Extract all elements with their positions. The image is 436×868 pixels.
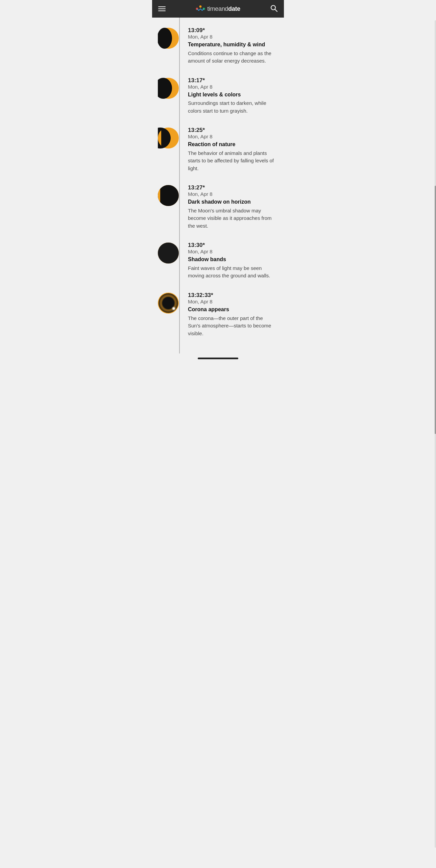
item-date-5: Mon, Apr 8 [188,249,276,254]
svg-point-6 [158,28,172,49]
moon-icon-container-2 [152,77,185,99]
svg-point-23 [172,306,176,311]
app-header: timeanddate [152,0,284,18]
item-title-1: Temperature, humidity & wind [188,41,276,48]
moon-icon-container-3 [152,127,185,149]
svg-point-14 [158,185,179,206]
svg-point-18 [158,243,179,264]
timeline-item-reaction-nature: 13:25* Mon, Apr 8 Reaction of nature The… [152,121,284,178]
moon-icon-container-5 [152,242,185,264]
item-content-4: 13:27* Mon, Apr 8 Dark shadow on horizon… [185,184,278,230]
moon-phase-icon-3 [158,128,179,149]
svg-point-21 [158,293,179,314]
moon-phase-icon-2 [158,78,179,99]
moon-phase-icon-corona [158,293,179,314]
item-date-2: Mon, Apr 8 [188,84,276,90]
item-desc-4: The Moon's umbral shadow may become visi… [188,207,276,230]
item-desc-3: The behavior of animals and plants start… [188,150,276,173]
item-date-4: Mon, Apr 8 [188,191,276,197]
item-date-6: Mon, Apr 8 [188,299,276,304]
moon-icon-container-6 [152,292,185,314]
item-date-3: Mon, Apr 8 [188,134,276,139]
item-content-3: 13:25* Mon, Apr 8 Reaction of nature The… [185,127,278,172]
svg-point-1 [199,5,202,8]
menu-button[interactable] [158,6,166,11]
item-title-2: Light levels & colors [188,91,276,98]
home-indicator-bar [198,358,238,359]
moon-phase-icon-1 [158,28,179,49]
item-title-6: Corona appears [188,306,276,313]
logo-icon [195,5,206,13]
svg-line-4 [275,9,277,12]
home-indicator [152,353,284,362]
eclipse-timeline: 13:09* Mon, Apr 8 Temperature, humidity … [152,18,284,353]
item-desc-2: Surroundings start to darken, while colo… [188,99,276,115]
item-time-1: 13:09* [188,27,276,34]
site-logo: timeanddate [195,5,240,13]
item-desc-6: The corona—the outer part of the Sun's a… [188,315,276,338]
item-time-2: 13:17* [188,77,276,84]
item-time-5: 13:30* [188,242,276,249]
item-title-4: Dark shadow on horizon [188,198,276,206]
item-content-1: 13:09* Mon, Apr 8 Temperature, humidity … [185,27,278,65]
item-time-4: 13:27* [188,184,276,191]
moon-icon-container-1 [152,27,185,49]
item-content-6: 13:32:33* Mon, Apr 8 Corona appears The … [185,292,278,337]
moon-phase-icon-4 [158,185,179,206]
item-content-5: 13:30* Mon, Apr 8 Shadow bands Faint wav… [185,242,278,280]
timeline-item-corona: 13:32:33* Mon, Apr 8 Corona appears The … [152,286,284,343]
item-title-3: Reaction of nature [188,141,276,148]
item-content-2: 13:17* Mon, Apr 8 Light levels & colors … [185,77,278,115]
item-time-6: 13:32:33* [188,292,276,299]
timeline-item-light-levels: 13:17* Mon, Apr 8 Light levels & colors … [152,71,284,121]
item-desc-5: Faint waves of light may be seen moving … [188,265,276,280]
item-time-3: 13:25* [188,127,276,134]
item-date-1: Mon, Apr 8 [188,34,276,40]
timeline-item-temp-humidity: 13:09* Mon, Apr 8 Temperature, humidity … [152,21,284,71]
moon-phase-icon-5 [158,243,179,264]
logo-text: timeanddate [207,5,240,13]
moon-icon-container-4 [152,184,185,206]
search-button[interactable] [270,4,278,14]
timeline-item-dark-shadow: 13:27* Mon, Apr 8 Dark shadow on horizon… [152,178,284,236]
item-title-5: Shadow bands [188,256,276,263]
item-desc-1: Conditions continue to change as the amo… [188,50,276,65]
timeline-item-shadow-bands: 13:30* Mon, Apr 8 Shadow bands Faint wav… [152,236,284,286]
